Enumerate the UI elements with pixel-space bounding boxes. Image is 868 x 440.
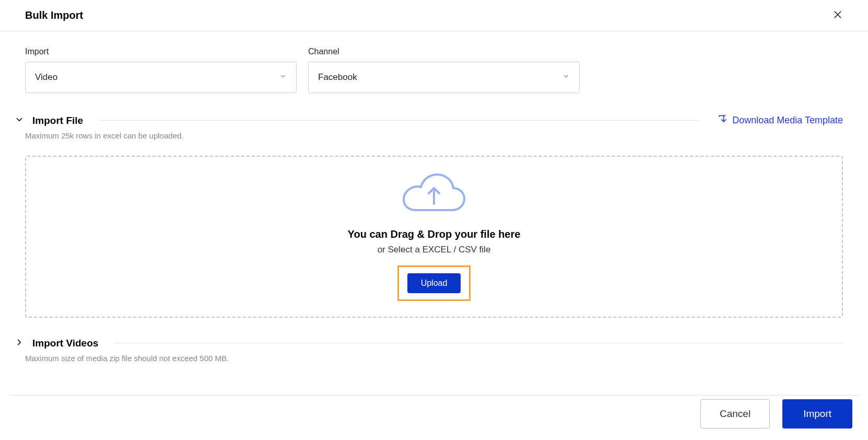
footer-divider xyxy=(9,395,859,396)
upload-highlight-frame: Upload xyxy=(397,265,471,301)
dropzone-subtitle: or Select a EXCEL / CSV file xyxy=(378,245,491,255)
import-label: Import xyxy=(25,47,297,56)
dialog-footer: Cancel Import xyxy=(700,399,852,429)
import-file-subtitle: Maximum 25k rows in excel can be uploade… xyxy=(25,131,843,140)
upload-button[interactable]: Upload xyxy=(407,273,461,293)
import-select-value: Video xyxy=(35,72,57,83)
cancel-button[interactable]: Cancel xyxy=(700,399,770,429)
collapse-toggle-videos[interactable] xyxy=(14,337,25,350)
import-field-group: Import Video xyxy=(25,47,297,93)
channel-label: Channel xyxy=(308,47,580,56)
import-videos-subtitle: Maximum size of media zip file should no… xyxy=(25,354,843,363)
chevron-right-icon xyxy=(15,338,24,349)
dialog-title: Bulk Import xyxy=(25,9,83,21)
import-videos-section: Import Videos Maximum size of media zip … xyxy=(25,337,843,363)
chevron-down-icon xyxy=(279,72,287,83)
channel-field-group: Channel Facebook xyxy=(308,47,580,93)
divider xyxy=(114,343,843,343)
divider xyxy=(99,120,700,121)
collapse-toggle-file[interactable] xyxy=(14,114,25,127)
close-icon xyxy=(832,9,843,21)
download-icon xyxy=(718,114,728,127)
import-select[interactable]: Video xyxy=(25,62,297,93)
import-button[interactable]: Import xyxy=(782,399,852,429)
import-file-title: Import File xyxy=(32,115,83,126)
import-videos-title: Import Videos xyxy=(32,338,98,349)
cloud-upload-icon xyxy=(403,172,465,219)
file-dropzone[interactable]: You can Drag & Drop your file here or Se… xyxy=(25,156,843,318)
chevron-down-icon xyxy=(562,72,570,83)
close-button[interactable] xyxy=(830,7,845,24)
filters-row: Import Video Channel Facebook xyxy=(25,47,843,93)
channel-select-value: Facebook xyxy=(318,72,357,83)
download-template-label: Download Media Template xyxy=(732,115,843,126)
import-file-section: Import File Download Media Template Maxi… xyxy=(25,114,843,318)
download-template-link[interactable]: Download Media Template xyxy=(718,114,843,127)
dropzone-title: You can Drag & Drop your file here xyxy=(348,228,521,240)
dialog-header: Bulk Import xyxy=(0,0,868,31)
channel-select[interactable]: Facebook xyxy=(308,62,580,93)
chevron-down-icon xyxy=(15,115,24,126)
